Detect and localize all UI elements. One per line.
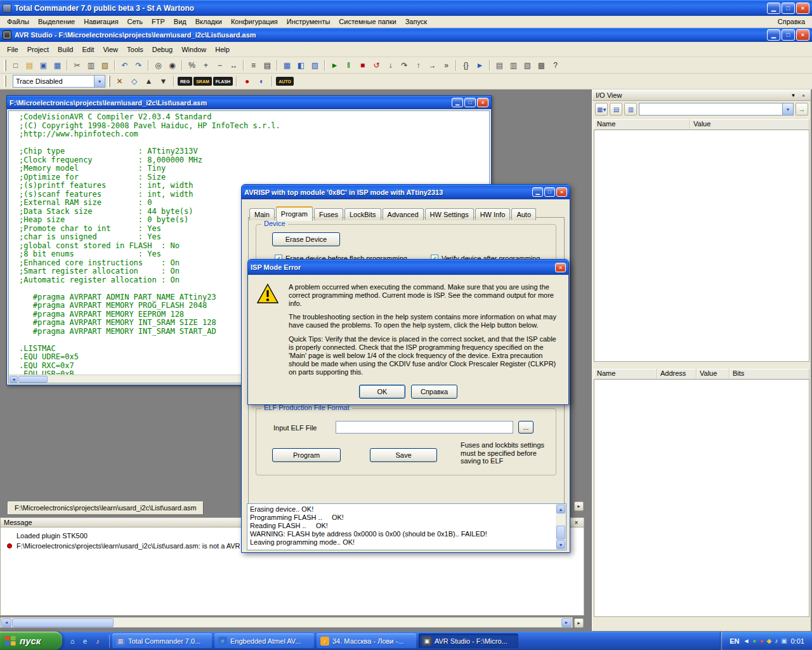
menu-item[interactable]: Файлы — [3, 17, 34, 27]
error-dialog-titlebar[interactable]: ISP Mode Error × — [248, 260, 568, 275]
close-icon[interactable]: × — [572, 519, 580, 527]
tab-auto[interactable]: Auto — [511, 208, 536, 220]
avrisp-titlebar[interactable]: AVRISP with top module '0x8C' in ISP mod… — [242, 185, 570, 199]
menu-item[interactable]: Системные папки — [334, 17, 400, 27]
device-select-icon[interactable]: ▦▾ — [595, 103, 608, 116]
antivirus-tray-icon[interactable]: ● — [752, 637, 756, 644]
menu-item[interactable]: Вид — [169, 17, 191, 27]
tab-hw-info[interactable]: HW Info — [475, 208, 511, 220]
toolbar-grip[interactable] — [4, 60, 6, 71]
menu-item[interactable]: View — [98, 44, 122, 55]
maximize-button[interactable]: □ — [464, 98, 476, 107]
close-button[interactable]: × — [796, 29, 809, 41]
avr-studio-titlebar[interactable]: AVR Studio - F:\Microelectronics\project… — [0, 28, 812, 42]
column-header[interactable]: Value — [690, 119, 809, 130]
step-over-icon[interactable]: ↷ — [398, 59, 411, 72]
io-window-icon[interactable]: ▩ — [535, 59, 548, 72]
io-bitfield-list[interactable] — [594, 380, 809, 617]
scroll-down-icon[interactable]: ▼ — [556, 540, 565, 549]
cut-icon[interactable]: ✂ — [70, 59, 84, 72]
sram-badge-icon[interactable]: SRAM — [193, 77, 212, 86]
menu-item[interactable]: Выделение — [34, 17, 79, 27]
zoom-percent-icon[interactable]: % — [185, 59, 199, 72]
toggle-tracepoint-icon[interactable]: ◇ — [128, 75, 141, 88]
scrollbar-thumb[interactable] — [18, 376, 48, 383]
toolbar-grip[interactable] — [4, 76, 6, 87]
chevron-down-icon[interactable]: ▼ — [782, 103, 793, 115]
taskbar-button-browser[interactable]: ○ Engbedded Atmel AV... — [214, 633, 314, 648]
save-button[interactable]: Save — [370, 448, 437, 462]
close-button[interactable]: × — [556, 187, 567, 197]
tab-program[interactable]: Program — [276, 206, 313, 221]
redo-icon[interactable]: ↷ — [132, 59, 145, 72]
scroll-right-icon[interactable]: ► — [561, 618, 572, 627]
bottom-horizontal-scrollbar[interactable]: ◄ ► — [0, 617, 573, 628]
io-filter-combobox[interactable]: ▼ — [639, 103, 794, 116]
menu-item[interactable]: Window — [177, 44, 211, 55]
project-options-icon[interactable]: ▦ — [280, 59, 294, 72]
stop-icon[interactable]: ■ — [356, 59, 369, 72]
menu-item[interactable]: Edit — [77, 44, 98, 55]
build-and-run-icon[interactable]: ► — [473, 59, 487, 72]
menu-item[interactable]: Сеть — [123, 17, 147, 27]
zoom-out-icon[interactable]: − — [213, 59, 226, 72]
browser-quicklaunch-icon[interactable]: e — [80, 636, 90, 646]
maximize-button[interactable]: □ — [544, 187, 555, 197]
menu-item[interactable]: Help — [211, 44, 234, 55]
start-button[interactable]: пуск — [0, 632, 62, 650]
scroll-left-icon[interactable]: ◄ — [10, 376, 18, 383]
io-register-list[interactable] — [594, 130, 809, 362]
help-icon[interactable]: ? — [549, 59, 562, 72]
scroll-up-icon[interactable]: ▲ — [556, 505, 565, 514]
tab-scroll-right-button[interactable]: ► — [574, 501, 584, 511]
tab-advanced[interactable]: Advanced — [383, 208, 424, 220]
register-badge-icon[interactable]: REG — [178, 77, 192, 86]
editor-titlebar[interactable]: F:\Microelectronics\projects\learn\usard… — [7, 96, 491, 109]
io-register-grid-header[interactable]: NameValue — [594, 119, 809, 130]
restore-button[interactable]: □ — [782, 3, 795, 14]
menu-item[interactable]: Tools — [122, 44, 148, 55]
details-view-icon[interactable]: ▥ — [624, 103, 637, 116]
minimize-button[interactable]: ▁ — [452, 98, 463, 107]
menu-item[interactable]: Запуск — [401, 17, 431, 27]
minimize-button[interactable]: ▁ — [532, 187, 543, 197]
move-down-icon[interactable]: ▼ — [157, 75, 170, 88]
column-header[interactable]: Name — [594, 119, 690, 130]
erase-device-button[interactable]: Erase Device — [272, 232, 340, 246]
io-apply-icon[interactable]: → — [796, 103, 808, 116]
menu-item[interactable]: File — [3, 44, 23, 55]
language-indicator[interactable]: EN — [730, 637, 739, 645]
programming-log[interactable]: Erasing device.. OK!Programming FLASH ..… — [247, 503, 566, 550]
close-button[interactable]: × — [796, 3, 809, 14]
undo-icon[interactable]: ↶ — [118, 59, 131, 72]
taskbar-button-total-commander[interactable]: ▥ Total Commander 7.0... — [112, 633, 212, 648]
menu-item[interactable]: Инструменты — [282, 17, 335, 27]
chip-icon[interactable]: ▨ — [308, 59, 322, 72]
log-vertical-scrollbar[interactable]: ▲ ▼ — [556, 504, 566, 550]
memory-window-icon[interactable]: ▥ — [507, 59, 520, 72]
column-header[interactable]: Value — [697, 369, 730, 380]
build-icon[interactable]: {} — [459, 59, 473, 72]
close-button[interactable]: × — [477, 98, 488, 107]
step-out-icon[interactable]: ↑ — [412, 59, 425, 72]
paste-icon[interactable]: ▧ — [98, 59, 112, 72]
new-file-icon[interactable]: □ — [9, 59, 22, 72]
close-button[interactable]: × — [555, 263, 566, 272]
save-file-icon[interactable]: ▣ — [37, 59, 50, 72]
menu-item[interactable]: Конфигурация — [226, 17, 282, 27]
tab-lockbits[interactable]: LockBits — [344, 208, 381, 220]
next-bookmark-icon[interactable]: » — [440, 59, 453, 72]
zoom-in-icon[interactable]: + — [199, 59, 213, 72]
ok-button[interactable]: OK — [359, 385, 405, 399]
taskbar-button-media-player[interactable]: ♪ 34. Массква - Лови -... — [317, 633, 416, 648]
column-header[interactable]: Address — [657, 369, 697, 380]
pane-scroll-right-button[interactable]: ► — [574, 618, 584, 628]
save-all-icon[interactable]: ▦ — [51, 59, 64, 72]
connect-device-icon[interactable]: ◧ — [294, 59, 308, 72]
scroll-left-icon[interactable]: ◄ — [1, 618, 11, 627]
open-file-icon[interactable]: ▤ — [23, 59, 36, 72]
restore-button[interactable]: □ — [782, 29, 795, 41]
list-view-icon[interactable]: ▤ — [610, 103, 622, 116]
io-bitfield-grid-header[interactable]: NameAddressValueBits — [594, 369, 809, 380]
close-icon[interactable]: × — [799, 91, 808, 100]
